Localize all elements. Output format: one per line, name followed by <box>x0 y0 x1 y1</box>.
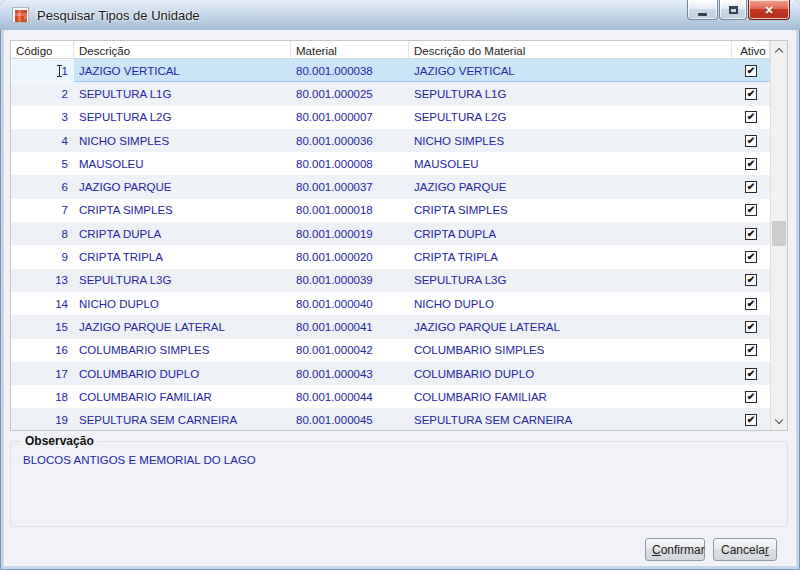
table-row[interactable]: 14NICHO DUPLO80.001.000040NICHO DUPLO✔ <box>11 292 770 315</box>
ativo-checkbox[interactable]: ✔ <box>745 204 757 216</box>
app-icon-pixels <box>15 10 18 13</box>
table-row[interactable]: 16COLUMBARIO SIMPLES80.001.000042COLUMBA… <box>11 339 770 362</box>
cell-ativo: ✔ <box>732 385 770 408</box>
cell-ativo: ✔ <box>732 175 770 198</box>
cell-ativo: ✔ <box>732 245 770 268</box>
cell-descricao-material: SEPULTURA SEM CARNEIRA <box>409 408 732 430</box>
cell-material: 80.001.000042 <box>291 339 409 362</box>
cancel-button[interactable]: Cancelar <box>713 538 777 561</box>
table-row[interactable]: 5MAUSOLEU80.001.000008MAUSOLEU✔ <box>11 152 770 175</box>
table-row[interactable]: 3SEPULTURA L2G80.001.000007SEPULTURA L2G… <box>11 106 770 129</box>
cell-ativo: ✔ <box>732 129 770 152</box>
cell-descricao: SEPULTURA L1G <box>74 82 291 105</box>
ativo-checkbox[interactable]: ✔ <box>745 111 757 123</box>
column-header-material[interactable]: Material <box>291 41 409 58</box>
table-row[interactable]: 17COLUMBARIO DUPLO80.001.000043COLUMBARI… <box>11 362 770 385</box>
minimize-button[interactable] <box>687 0 718 20</box>
cell-codigo: 17 <box>11 362 74 385</box>
ativo-checkbox[interactable]: ✔ <box>745 414 757 426</box>
app-icon <box>12 7 29 23</box>
table-header: Código Descrição Material Descrição do M… <box>11 41 787 59</box>
ativo-checkbox[interactable]: ✔ <box>745 344 757 356</box>
cell-descricao: NICHO DUPLO <box>74 292 291 315</box>
cell-codigo: 5 <box>11 152 74 175</box>
column-header-ativo[interactable]: Ativo <box>732 41 770 58</box>
chevron-up-icon <box>775 47 783 55</box>
cell-descricao-material: SEPULTURA L2G <box>409 106 732 129</box>
cell-ativo: ✔ <box>732 362 770 385</box>
maximize-icon <box>729 6 738 14</box>
cell-material: 80.001.000045 <box>291 408 409 430</box>
cell-descricao-material: CRIPTA SIMPLES <box>409 199 732 222</box>
table-row[interactable]: 7CRIPTA SIMPLES80.001.000018CRIPTA SIMPL… <box>11 199 770 222</box>
scroll-down-button[interactable] <box>771 413 787 430</box>
cell-descricao-material: SEPULTURA L1G <box>409 82 732 105</box>
cell-descricao: SEPULTURA SEM CARNEIRA <box>74 408 291 430</box>
ativo-checkbox[interactable]: ✔ <box>745 251 757 263</box>
cell-codigo: 14 <box>11 292 74 315</box>
table-row[interactable]: 6JAZIGO PARQUE80.001.000037JAZIGO PARQUE… <box>11 175 770 198</box>
cell-material: 80.001.000019 <box>291 222 409 245</box>
cell-descricao: CRIPTA SIMPLES <box>74 199 291 222</box>
table-row[interactable]: 18COLUMBARIO FAMILIAR80.001.000044COLUMB… <box>11 385 770 408</box>
column-header-descricao[interactable]: Descrição <box>74 41 291 58</box>
scrollbar-thumb[interactable] <box>772 221 786 246</box>
scroll-up-button[interactable] <box>771 41 787 58</box>
cell-descricao: CRIPTA DUPLA <box>74 222 291 245</box>
cell-descricao-material: NICHO DUPLO <box>409 292 732 315</box>
cell-codigo: 13 <box>11 269 74 292</box>
cell-codigo: 8 <box>11 222 74 245</box>
ativo-checkbox[interactable]: ✔ <box>745 65 757 77</box>
cell-codigo: 2 <box>11 82 74 105</box>
table-body: 1JAZIGO VERTICAL80.001.000038JAZIGO VERT… <box>11 59 770 430</box>
cell-material: 80.001.000041 <box>291 315 409 338</box>
table-row[interactable]: 15JAZIGO PARQUE LATERAL80.001.000041JAZI… <box>11 315 770 338</box>
cell-ativo: ✔ <box>732 59 770 82</box>
cell-codigo[interactable]: 1 <box>11 59 74 82</box>
cell-ativo: ✔ <box>732 222 770 245</box>
cell-ativo: ✔ <box>732 82 770 105</box>
ativo-checkbox[interactable]: ✔ <box>745 181 757 193</box>
ativo-checkbox[interactable]: ✔ <box>745 158 757 170</box>
ativo-checkbox[interactable]: ✔ <box>745 228 757 240</box>
cell-descricao: SEPULTURA L2G <box>74 106 291 129</box>
cell-descricao-material: COLUMBARIO DUPLO <box>409 362 732 385</box>
cell-descricao: NICHO SIMPLES <box>74 129 291 152</box>
table-row[interactable]: 2SEPULTURA L1G80.001.000025SEPULTURA L1G… <box>11 82 770 105</box>
cell-material: 80.001.000020 <box>291 245 409 268</box>
cell-descricao: COLUMBARIO SIMPLES <box>74 339 291 362</box>
cell-descricao-material: NICHO SIMPLES <box>409 129 732 152</box>
table-row[interactable]: 9CRIPTA TRIPLA80.001.000020CRIPTA TRIPLA… <box>11 245 770 268</box>
cell-material: 80.001.000007 <box>291 106 409 129</box>
title-bar[interactable]: Pesquisar Tipos de Unidade × <box>0 0 800 30</box>
column-header-codigo[interactable]: Código <box>11 41 74 58</box>
cell-material: 80.001.000036 <box>291 129 409 152</box>
cell-descricao-material: CRIPTA DUPLA <box>409 222 732 245</box>
ativo-checkbox[interactable]: ✔ <box>745 391 757 403</box>
cell-material: 80.001.000037 <box>291 175 409 198</box>
ativo-checkbox[interactable]: ✔ <box>745 298 757 310</box>
cell-descricao-material: JAZIGO VERTICAL <box>409 59 732 82</box>
column-header-descricao-material[interactable]: Descrição do Material <box>409 41 732 58</box>
close-button[interactable]: × <box>748 0 790 20</box>
cell-material: 80.001.000039 <box>291 269 409 292</box>
ativo-checkbox[interactable]: ✔ <box>745 274 757 286</box>
confirm-button[interactable]: Confirmar <box>645 538 705 561</box>
table-row[interactable]: 4NICHO SIMPLES80.001.000036NICHO SIMPLES… <box>11 129 770 152</box>
cell-material: 80.001.000025 <box>291 82 409 105</box>
cell-descricao-material: CRIPTA TRIPLA <box>409 245 732 268</box>
table-row[interactable]: 19SEPULTURA SEM CARNEIRA80.001.000045SEP… <box>11 408 770 430</box>
table-row[interactable]: 8CRIPTA DUPLA80.001.000019CRIPTA DUPLA✔ <box>11 222 770 245</box>
vertical-scrollbar[interactable] <box>770 41 787 430</box>
ativo-checkbox[interactable]: ✔ <box>745 88 757 100</box>
cell-codigo: 16 <box>11 339 74 362</box>
maximize-button[interactable] <box>719 0 747 20</box>
table-row[interactable]: 1JAZIGO VERTICAL80.001.000038JAZIGO VERT… <box>11 59 770 82</box>
cell-codigo: 6 <box>11 175 74 198</box>
ativo-checkbox[interactable]: ✔ <box>745 368 757 380</box>
cell-descricao: JAZIGO VERTICAL <box>74 59 291 82</box>
ativo-checkbox[interactable]: ✔ <box>745 135 757 147</box>
ativo-checkbox[interactable]: ✔ <box>745 321 757 333</box>
table-row[interactable]: 13SEPULTURA L3G80.001.000039SEPULTURA L3… <box>11 269 770 292</box>
cell-material: 80.001.000038 <box>291 59 409 82</box>
